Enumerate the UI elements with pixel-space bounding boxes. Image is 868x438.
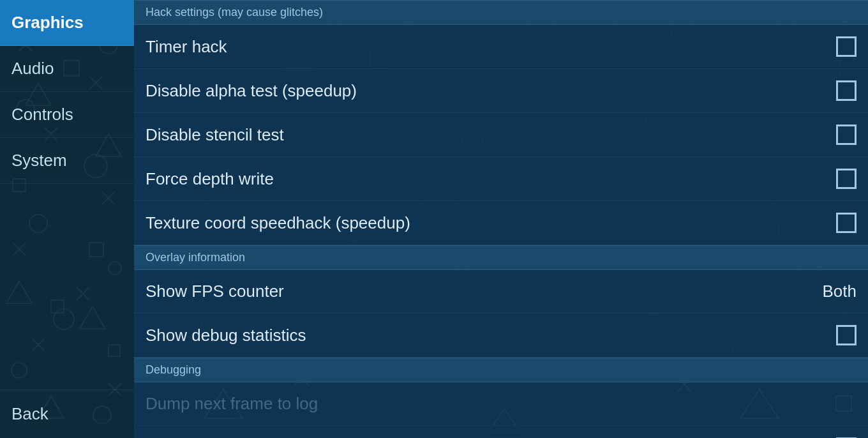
back-button[interactable]: Back: [0, 389, 134, 438]
disable-stencil-test-label: Disable stencil test: [146, 125, 284, 145]
dump-next-frame-row: Dump next frame to log: [134, 382, 868, 426]
timer-hack-label: Timer hack: [146, 37, 227, 57]
show-fps-counter-value: Both: [823, 282, 857, 301]
timer-hack-checkbox[interactable]: [836, 36, 857, 57]
show-fps-counter-label: Show FPS counter: [146, 282, 284, 301]
show-debug-statistics-checkbox[interactable]: [836, 325, 857, 345]
sidebar-item-controls[interactable]: Controls: [0, 92, 134, 138]
timer-hack-row[interactable]: Timer hack: [134, 25, 868, 69]
disable-stencil-test-row[interactable]: Disable stencil test: [134, 113, 868, 157]
disable-stencil-test-checkbox[interactable]: [836, 125, 857, 145]
texture-coord-speedhack-checkbox[interactable]: [836, 213, 857, 233]
disable-alpha-test-label: Disable alpha test (speedup): [146, 81, 357, 101]
overlay-info-header: Overlay information: [134, 245, 868, 270]
force-depth-write-row[interactable]: Force depth write: [134, 157, 868, 201]
show-debug-statistics-row[interactable]: Show debug statistics: [134, 313, 868, 358]
sidebar-spacer: [0, 184, 134, 389]
force-depth-write-checkbox[interactable]: [836, 169, 857, 189]
sidebar-item-system[interactable]: System: [0, 138, 134, 184]
software-rendering-row[interactable]: Software rendering (experimental): [134, 426, 868, 438]
disable-alpha-test-checkbox[interactable]: [836, 80, 857, 101]
show-fps-counter-row[interactable]: Show FPS counter Both: [134, 270, 868, 313]
show-debug-statistics-label: Show debug statistics: [146, 326, 306, 345]
main-content: Hack settings (may cause glitches) Timer…: [134, 0, 868, 438]
sidebar-item-audio[interactable]: Audio: [0, 46, 134, 92]
hack-settings-header: Hack settings (may cause glitches): [134, 0, 868, 25]
sidebar: Graphics Audio Controls System Back: [0, 0, 134, 438]
texture-coord-speedhack-row[interactable]: Texture coord speedhack (speedup): [134, 201, 868, 245]
texture-coord-speedhack-label: Texture coord speedhack (speedup): [146, 213, 410, 233]
dump-next-frame-label: Dump next frame to log: [146, 394, 318, 414]
disable-alpha-test-row[interactable]: Disable alpha test (speedup): [134, 69, 868, 113]
force-depth-write-label: Force depth write: [146, 169, 274, 189]
sidebar-item-graphics[interactable]: Graphics: [0, 0, 134, 46]
settings-content: Hack settings (may cause glitches) Timer…: [134, 0, 868, 438]
debugging-header: Debugging: [134, 358, 868, 382]
